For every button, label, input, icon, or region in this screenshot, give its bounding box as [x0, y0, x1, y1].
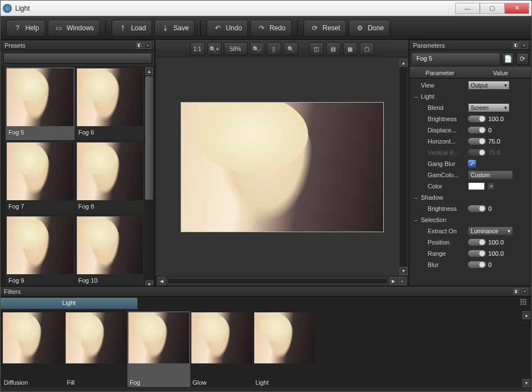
- filter-item[interactable]: Glow: [190, 311, 253, 387]
- magnify-button[interactable]: 🔍: [283, 42, 298, 56]
- param-sbrightness-slider[interactable]: [468, 205, 486, 212]
- scroll-down-icon[interactable]: ▼: [522, 379, 530, 387]
- param-view-select[interactable]: Output▼: [468, 81, 510, 90]
- param-sbrightness-value[interactable]: 0: [488, 205, 492, 212]
- param-gangblur-checkbox[interactable]: ✓: [468, 160, 476, 168]
- param-horizontal-value[interactable]: 75.0: [488, 138, 500, 145]
- maximize-button[interactable]: ▢: [480, 3, 505, 14]
- param-blur-value[interactable]: 0: [488, 261, 492, 268]
- panel-close-icon[interactable]: ×: [521, 42, 528, 49]
- param-color-label: Color: [420, 183, 468, 190]
- scroll-down-icon[interactable]: ▼: [145, 280, 153, 285]
- param-color-swatch[interactable]: [468, 182, 485, 190]
- load-button[interactable]: ⭱ Load: [112, 20, 152, 36]
- param-blur-slider[interactable]: [468, 261, 486, 268]
- main-toolbar: ? Help ▭ Windows ⭱ Load ⭳ Save ↶ Undo ↷ …: [1, 16, 531, 40]
- panel-close-icon[interactable]: ×: [521, 288, 528, 295]
- panel-close-icon[interactable]: ×: [144, 42, 151, 49]
- preset-thumbnail: [77, 68, 144, 126]
- param-vertical-value: 75.0: [488, 149, 500, 156]
- refresh-button[interactable]: ⟳: [516, 53, 529, 65]
- scroll-right-icon[interactable]: ▶: [389, 277, 397, 285]
- undo-button[interactable]: ↶ Undo: [207, 20, 248, 36]
- help-label: Help: [25, 24, 39, 32]
- scroll-left-icon[interactable]: ◀: [158, 277, 166, 285]
- redo-icon: ↷: [256, 23, 267, 33]
- compare-side-button[interactable]: ◫: [309, 42, 324, 56]
- window-title: Light: [15, 4, 455, 12]
- gear-icon: ⚙: [355, 23, 365, 33]
- filter-thumbnail: [254, 312, 315, 363]
- param-brightness-value[interactable]: 100.0: [488, 116, 504, 122]
- collapse-icon[interactable]: –: [412, 217, 420, 223]
- reset-button[interactable]: ⟳ Reset: [304, 20, 346, 36]
- filter-item[interactable]: Fill: [65, 311, 127, 387]
- scroll-up-icon[interactable]: ▲: [522, 311, 530, 319]
- filters-scrollbar[interactable]: ▲ ▼: [522, 311, 530, 387]
- param-position-slider[interactable]: [468, 239, 486, 246]
- param-displace-value[interactable]: 0: [488, 127, 492, 133]
- filter-item[interactable]: Diffusion: [2, 311, 65, 387]
- grip-icon[interactable]: [520, 299, 528, 307]
- param-gamcolor-select[interactable]: Custom: [468, 170, 513, 179]
- compare-single-button[interactable]: ▢: [360, 42, 374, 56]
- preset-item[interactable]: Fog 6: [76, 67, 145, 140]
- scroll-up-icon[interactable]: ▲: [145, 67, 153, 75]
- param-blur-label: Blur: [420, 261, 468, 268]
- preset-item[interactable]: Fog 7: [6, 141, 75, 214]
- param-group-light: Light: [420, 93, 468, 100]
- notes-button[interactable]: 📄: [502, 53, 514, 65]
- panel-undock-icon[interactable]: ◧: [513, 288, 520, 295]
- presets-category-dropdown[interactable]: [3, 53, 152, 64]
- preset-item[interactable]: Fog 8: [76, 141, 145, 214]
- preset-item[interactable]: Fog 10: [76, 215, 145, 285]
- param-displace-slider[interactable]: [468, 127, 486, 133]
- filter-label: Fill: [65, 365, 127, 387]
- done-button[interactable]: ⚙ Done: [348, 20, 390, 36]
- scroll-down-icon[interactable]: ▼: [400, 267, 407, 275]
- filter-label: Fog: [127, 365, 190, 387]
- filter-item[interactable]: Fog: [127, 311, 190, 387]
- panel-undock-icon[interactable]: ◧: [513, 42, 520, 49]
- preset-thumbnail: [77, 216, 144, 274]
- help-button[interactable]: ? Help: [6, 20, 45, 36]
- resize-grip-icon[interactable]: ▪: [398, 277, 406, 285]
- compare-split-button[interactable]: ▤: [326, 42, 341, 56]
- param-horizontal-slider[interactable]: [468, 138, 486, 145]
- preset-item[interactable]: Fog 5: [6, 67, 75, 140]
- presets-panel: Presets ◧ × Fog 5 Fog 6 ▲▼ Fog 7 Fog 8 F…: [1, 40, 155, 286]
- param-position-value[interactable]: 100.0: [488, 239, 504, 246]
- collapse-icon[interactable]: –: [412, 195, 420, 201]
- param-blend-select[interactable]: Screen▼: [468, 103, 510, 112]
- param-extract-select[interactable]: Luminance▼: [468, 227, 513, 236]
- param-brightness-slider[interactable]: [468, 116, 486, 122]
- close-button[interactable]: ✕: [505, 3, 529, 14]
- redo-button[interactable]: ↷ Redo: [250, 20, 292, 36]
- param-range-value[interactable]: 100.0: [488, 250, 504, 257]
- param-group-shadow: Shadow: [420, 194, 468, 201]
- filter-thumbnail: [3, 312, 63, 363]
- scroll-up-icon[interactable]: ▲: [400, 59, 407, 67]
- save-button[interactable]: ⭳ Save: [154, 20, 195, 36]
- preset-item[interactable]: Fog 9: [6, 215, 75, 285]
- fit-button[interactable]: ▯: [267, 42, 281, 56]
- zoom-out-button[interactable]: 🔍-: [250, 42, 264, 56]
- presets-scrollbar[interactable]: ▲▼: [145, 67, 153, 285]
- compare-stack-button[interactable]: ▦: [343, 42, 357, 56]
- zoom-in-button[interactable]: 🔍+: [207, 42, 222, 56]
- filter-tab-light[interactable]: Light: [1, 298, 137, 309]
- param-range-slider[interactable]: [468, 250, 486, 257]
- panel-undock-icon[interactable]: ◧: [136, 42, 143, 49]
- eyedropper-icon[interactable]: ⌖: [487, 182, 495, 190]
- image-viewport[interactable]: ▲ ▼: [155, 58, 409, 276]
- windows-button[interactable]: ▭ Windows: [48, 20, 100, 36]
- main-image: [181, 103, 383, 232]
- zoom-level[interactable]: 58%: [224, 42, 247, 56]
- chevron-down-icon: ▼: [503, 105, 508, 110]
- viewer-vscroll[interactable]: ▲ ▼: [400, 59, 407, 275]
- collapse-icon[interactable]: –: [412, 94, 420, 100]
- zoom-1to1-button[interactable]: 1:1: [190, 42, 205, 56]
- filter-item[interactable]: Light: [253, 311, 316, 387]
- minimize-button[interactable]: —: [455, 3, 480, 14]
- viewer-hscroll[interactable]: ◀ ▶ ▪: [155, 276, 409, 286]
